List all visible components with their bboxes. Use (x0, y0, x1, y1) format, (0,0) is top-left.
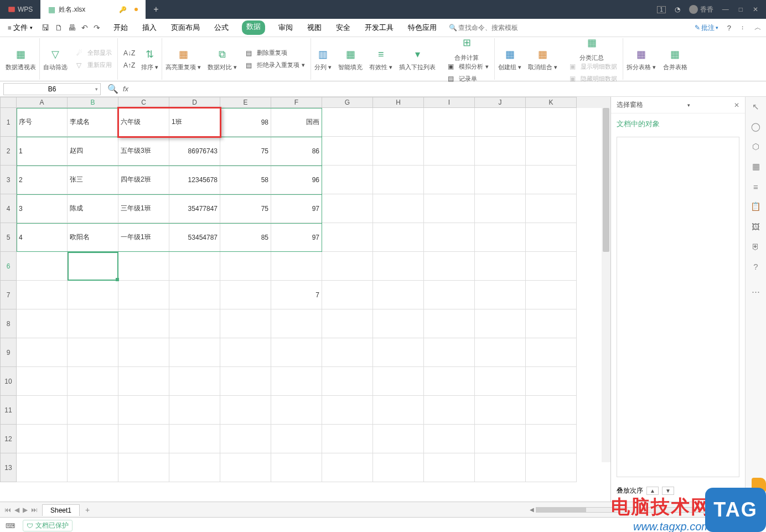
cell-G5[interactable] (322, 223, 373, 252)
tab-start[interactable]: 开始 (112, 20, 129, 35)
move-down-button[interactable]: ▼ (662, 487, 674, 495)
sort-za[interactable]: A↑Z (123, 61, 132, 70)
row-header-2[interactable]: 2 (0, 137, 17, 166)
cell-E7[interactable] (220, 281, 271, 309)
ribbon-split-table[interactable]: ▦ 拆分表格 ▾ (623, 38, 659, 80)
ribbon-text-to-col[interactable]: ▥ 分列 ▾ (311, 38, 335, 80)
cell-F1[interactable]: 国画 (271, 108, 322, 137)
cell-C4[interactable]: 三年级1班 (118, 194, 169, 223)
cell-J7[interactable] (475, 281, 526, 309)
cell-J1[interactable] (475, 108, 526, 137)
tab-developer[interactable]: 开发工具 (364, 20, 395, 35)
cell-A3[interactable]: 2 (17, 166, 68, 194)
cell-I1[interactable] (424, 108, 475, 137)
skin-icon[interactable]: ◔ (675, 6, 680, 13)
cell-D4[interactable]: 35477847 (169, 194, 220, 223)
cell-K3[interactable] (526, 166, 577, 194)
tab-formula[interactable]: 公式 (213, 20, 230, 35)
cell-G1[interactable] (322, 108, 373, 137)
select-all-corner[interactable] (0, 97, 17, 108)
document-protected[interactable]: 🛡文档已保护 (23, 520, 73, 531)
cell-G6[interactable] (322, 252, 373, 281)
cell-H5[interactable] (373, 223, 424, 252)
cell-A7[interactable] (17, 281, 68, 309)
help-button[interactable]: ? (727, 24, 731, 32)
cell-C5[interactable]: 一年级1班 (118, 223, 169, 252)
user-account[interactable]: 香香 (689, 5, 713, 14)
v-scroll-thumb[interactable] (603, 108, 609, 252)
cell-F2[interactable]: 86 (271, 137, 322, 166)
shape-tool-icon[interactable]: ◯ (751, 121, 762, 132)
cell-G2[interactable] (322, 137, 373, 166)
cell-A2[interactable]: 1 (17, 137, 68, 166)
cell-I5[interactable] (424, 223, 475, 252)
show-all[interactable]: ☄全部显示 (76, 49, 112, 58)
properties-icon[interactable]: ⬡ (751, 141, 762, 152)
cell-C1[interactable]: 六年级 (118, 108, 169, 137)
col-header-D[interactable]: D (169, 97, 220, 108)
undo-icon[interactable]: ↶ (81, 23, 88, 32)
cell-F3[interactable]: 96 (271, 166, 322, 194)
print-preview-icon[interactable]: 🗋 (55, 23, 63, 32)
sheet-prev-icon[interactable]: ◀ (14, 506, 19, 514)
sheet-last-icon[interactable]: ⏭ (31, 506, 38, 514)
minimize-button[interactable]: — (722, 6, 729, 13)
layers-icon[interactable]: ≡ (751, 181, 762, 192)
row-header-3[interactable]: 3 (0, 166, 17, 194)
cell-C6[interactable] (118, 252, 169, 281)
cell-K4[interactable] (526, 194, 577, 223)
cell-E2[interactable]: 75 (220, 137, 271, 166)
row-header-11[interactable]: 11 (0, 396, 17, 425)
cell-H6[interactable] (373, 252, 424, 281)
record[interactable]: ▤记录单 (448, 74, 489, 83)
cell-G3[interactable] (322, 166, 373, 194)
cell-D6[interactable] (169, 252, 220, 281)
wps-logo[interactable]: WPS (0, 0, 40, 19)
move-up-button[interactable]: ▲ (646, 487, 659, 495)
cell-J5[interactable] (475, 223, 526, 252)
cell-J3[interactable] (475, 166, 526, 194)
ribbon-dropdown[interactable]: ▾ 插入下拉列表 (396, 38, 439, 80)
cell-C3[interactable]: 四年级2班 (118, 166, 169, 194)
collapse-ribbon-button[interactable]: ︰ (740, 24, 746, 32)
sheet-tab-1[interactable]: Sheet1 (42, 504, 80, 516)
cell-G7[interactable] (322, 281, 373, 309)
row-header-1[interactable]: 1 (0, 108, 17, 137)
ribbon-merge-table[interactable]: ▦ 合并表格 (660, 38, 691, 80)
sort-az[interactable]: A↓Z (123, 49, 132, 58)
cell-F7[interactable]: 7 (271, 281, 322, 309)
cell-B1[interactable]: 李成名 (68, 108, 118, 137)
spreadsheet-area[interactable]: A B C D E F G H I J K 1 序号 李成名 六年级 1班 98… (0, 97, 610, 502)
cell-K5[interactable] (526, 223, 577, 252)
subtotal[interactable]: 分类汇总 (579, 54, 604, 62)
cell-E3[interactable]: 58 (220, 166, 271, 194)
comment-button[interactable]: ✎ 批注 ▾ (695, 23, 718, 33)
cell-B3[interactable]: 张三 (68, 166, 118, 194)
cell-K6[interactable] (526, 252, 577, 281)
ribbon-ungroup[interactable]: ▦ 取消组合 ▾ (525, 38, 561, 80)
col-header-C[interactable]: C (118, 97, 169, 108)
tab-special[interactable]: 特色应用 (407, 20, 438, 35)
cell-J6[interactable] (475, 252, 526, 281)
cell-E4[interactable]: 75 (220, 194, 271, 223)
select-tool-icon[interactable]: ↖ (751, 101, 762, 112)
cell-H3[interactable] (373, 166, 424, 194)
close-button[interactable]: ✕ (753, 6, 758, 13)
cell-B7[interactable] (68, 281, 118, 309)
cell-F6[interactable] (271, 252, 322, 281)
cell-A5[interactable]: 4 (17, 223, 68, 252)
cell-D7[interactable] (169, 281, 220, 309)
col-header-G[interactable]: G (322, 97, 373, 108)
maximize-button[interactable]: □ (739, 6, 743, 13)
print-icon[interactable]: 🖶 (68, 23, 76, 32)
row-header-5[interactable]: 5 (0, 223, 17, 252)
row-header-9[interactable]: 9 (0, 338, 17, 367)
col-header-I[interactable]: I (424, 97, 475, 108)
cell-I7[interactable] (424, 281, 475, 309)
table-tool-icon[interactable]: ▦ (751, 161, 762, 172)
cell-H4[interactable] (373, 194, 424, 223)
search-command[interactable]: 🔍 查找命令、搜索模板 (449, 23, 518, 33)
fx-lookup-icon[interactable]: 🔍 (107, 84, 118, 94)
vertical-scrollbar[interactable] (602, 108, 610, 462)
cell-H7[interactable] (373, 281, 424, 309)
